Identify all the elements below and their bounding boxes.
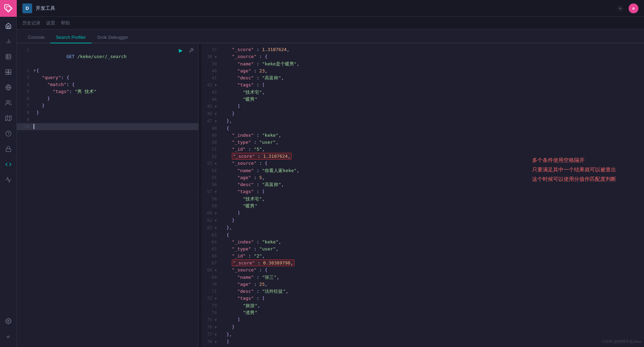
sidebar-item-collapse[interactable]: ⇄: [1, 330, 15, 344]
run-button[interactable]: ▶: [177, 46, 185, 55]
resp-line-54: 54 "name" : "你看人家keke",: [201, 167, 644, 174]
resp-line-40: 40 "age" : 23,: [201, 68, 644, 75]
code-line-5: 5 ▼ "tags": "男 技术": [17, 88, 198, 95]
resp-line-58: 58 "技术宅",: [201, 196, 644, 203]
resp-line-38: 38 ▼ "_source" : {: [201, 53, 644, 61]
sidebar: ⇄: [0, 0, 17, 347]
code-line-3: 3 ▼ "query": {: [17, 74, 198, 81]
resp-line-79: 79 ▼ }: [201, 346, 644, 347]
code-line-10: 10: [17, 123, 198, 130]
svg-point-19: [7, 320, 9, 322]
app-logo: [0, 0, 17, 17]
resp-line-37: 37 "_score" : 1.3187624,: [201, 46, 644, 53]
resp-line-43: 43 "技术宅",: [201, 89, 644, 96]
resp-line-55: 55 "age" : 5,: [201, 174, 644, 181]
response-code[interactable]: 37 "_score" : 1.3187624, 38 ▼ "_source" …: [201, 43, 644, 347]
code-line-1: 1 GET /keke/user/_search ▶: [17, 46, 198, 67]
sidebar-item-monitoring[interactable]: [1, 173, 15, 187]
nav-history[interactable]: 历史记录: [22, 19, 41, 28]
editor-panel: 1 GET /keke/user/_search ▶ 2 ▼ {: [17, 43, 199, 347]
response-panel: 37 "_score" : 1.3187624, 38 ▼ "_source" …: [201, 43, 644, 347]
code-line-7: 7 ▼ }: [17, 102, 198, 109]
resp-line-68: 68 ▼ "_source" : {: [201, 267, 644, 274]
resp-line-64: 64 "_index" : "keke",: [201, 239, 644, 246]
resp-line-50: 50 "_type" : "user",: [201, 139, 644, 146]
tab-console[interactable]: Console: [22, 32, 50, 43]
resp-line-45: 45 ▼ ]: [201, 103, 644, 110]
code-line-8: 8 ▼ }: [17, 109, 198, 116]
code-line-2: 2 ▼ {: [17, 67, 198, 74]
code-line-4: 4 ▼ "match": {: [17, 81, 198, 88]
resp-line-57: 57 ▼ "tags" : [: [201, 188, 644, 196]
resp-line-65: 65 "_type" : "user",: [201, 246, 644, 253]
sidebar-item-analytics[interactable]: [1, 34, 15, 48]
svg-rect-3: [6, 54, 11, 59]
resp-line-59: 59 "暖男": [201, 203, 644, 210]
content-area: 1 GET /keke/user/_search ▶ 2 ▼ {: [17, 43, 644, 347]
wrench-icon[interactable]: [187, 46, 195, 55]
resp-line-71: 71 "desc" : "法外狂徒",: [201, 288, 644, 295]
svg-marker-14: [5, 116, 11, 121]
user-avatar[interactable]: e: [629, 3, 638, 13]
resp-line-67: 67 "_score" : 0.30389798,: [201, 260, 644, 267]
resp-line-77: 77 ▼ },: [201, 331, 644, 338]
watermark: CSDN @柯柯不会Java: [602, 339, 641, 344]
resp-line-61: 61 ▼ }: [201, 217, 644, 224]
resp-line-46: 46 ▼ }: [201, 110, 644, 118]
tabs-bar: Console Search Profiler Grok Debugger: [17, 29, 644, 43]
tab-search-profiler[interactable]: Search Profiler: [50, 32, 92, 43]
svg-point-13: [6, 100, 8, 102]
sidebar-item-home[interactable]: [1, 19, 15, 33]
resp-line-63: 63 {: [201, 232, 644, 239]
sidebar-item-lock[interactable]: [1, 142, 15, 156]
resp-line-69: 69 "name" : "张三",: [201, 274, 644, 281]
svg-rect-9: [6, 73, 8, 75]
resp-line-53: 53 ▼ "_source" : {: [201, 160, 644, 167]
resp-line-62: 62 ▼ },: [201, 224, 644, 232]
resp-line-75: 75 ▼ ]: [201, 316, 644, 324]
sidebar-item-dashboard[interactable]: [1, 65, 15, 79]
resp-line-70: 70 "age" : 25,: [201, 281, 644, 288]
code-line-6: 6 ▼ }: [17, 95, 198, 102]
resp-line-78: 78 ▼ ]: [201, 338, 644, 346]
resp-line-51: 51 "_id" : "5",: [201, 146, 644, 153]
sidebar-item-maps[interactable]: [1, 111, 15, 125]
resp-line-47: 47 ▼ },: [201, 118, 644, 125]
svg-rect-8: [8, 70, 11, 72]
resp-line-48: 48 {: [201, 125, 644, 132]
resp-line-42: 42 ▼ "tags" : [: [201, 82, 644, 89]
resp-line-60: 60 ▼ ]: [201, 210, 644, 217]
panel-divider[interactable]: · · ·: [199, 43, 201, 347]
resp-line-74: 74 "渣男": [201, 309, 644, 316]
tab-grok-debugger[interactable]: Grok Debugger: [92, 32, 134, 43]
sidebar-item-settings[interactable]: [1, 314, 15, 328]
workspace-avatar: D: [22, 3, 32, 13]
sidebar-item-discover[interactable]: [1, 50, 15, 64]
svg-rect-10: [8, 73, 11, 75]
svg-rect-7: [6, 70, 8, 72]
app-title: 开发工具: [36, 5, 55, 12]
svg-point-20: [620, 8, 621, 9]
resp-line-49: 49 "_index" : "keke",: [201, 132, 644, 139]
nav-help[interactable]: 帮助: [61, 19, 70, 28]
resp-line-52: 52 "_score" : 1.3187624,: [201, 153, 644, 160]
resp-line-41: 41 "desc" : "高富帅",: [201, 75, 644, 82]
resp-line-44: 44 "暖男": [201, 96, 644, 103]
topbar: D 开发工具 e: [17, 0, 644, 17]
editor-code[interactable]: 1 GET /keke/user/_search ▶ 2 ▼ {: [17, 43, 198, 347]
sidebar-item-timelion[interactable]: [1, 127, 15, 141]
sidebar-item-dev-tools[interactable]: [1, 157, 15, 171]
sidebar-item-users[interactable]: [1, 96, 15, 110]
nav-menu: 历史记录 设置 帮助: [17, 17, 644, 29]
sidebar-item-canvas[interactable]: [1, 80, 15, 94]
topbar-actions: e: [615, 3, 638, 14]
resp-line-76: 76 ▼ }: [201, 324, 644, 331]
main-content: D 开发工具 e 历史记录 设置 帮助 Console Search Profi…: [17, 0, 644, 347]
resp-line-66: 66 "_id" : "2",: [201, 253, 644, 260]
resp-line-72: 72 ▼ "tags" : [: [201, 295, 644, 302]
resp-line-73: 73 "旅游",: [201, 302, 644, 309]
nav-settings[interactable]: 设置: [46, 19, 55, 28]
code-line-9: 9: [17, 116, 198, 123]
settings-icon[interactable]: [615, 3, 626, 14]
svg-rect-18: [6, 149, 11, 151]
